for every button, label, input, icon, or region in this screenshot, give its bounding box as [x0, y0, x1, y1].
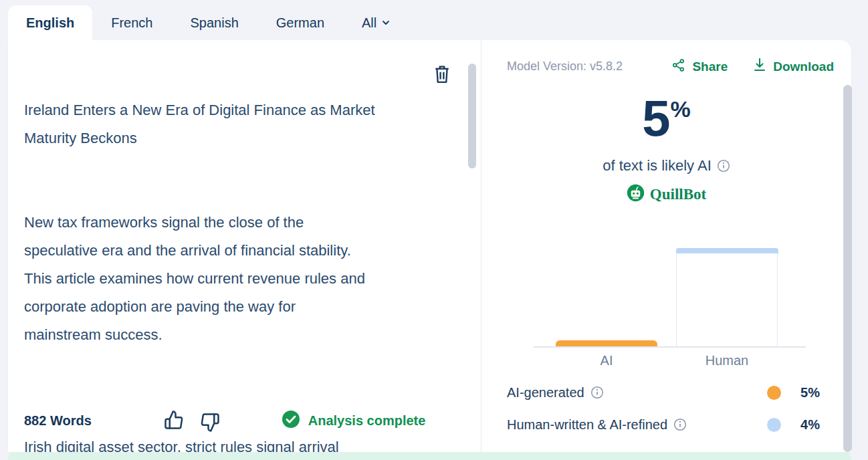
share-icon [671, 58, 685, 76]
legend-label: Human-written & AI-refined [507, 417, 667, 433]
tab-spanish[interactable]: Spanish [171, 5, 257, 40]
quillbot-wordmark: QuillBot [650, 186, 706, 203]
editor-panel: Ireland Enters a New Era of Digital Fina… [8, 40, 481, 452]
editor-footer: 882 Words [8, 400, 480, 441]
editor-scrollbar[interactable] [468, 64, 476, 168]
legend-dot-orange [767, 386, 781, 400]
results-panel: Model Version: v5.8.2 Share [481, 40, 851, 452]
bar-ai [556, 340, 657, 346]
ai-score-unit: % [671, 96, 691, 122]
delete-text-button[interactable] [431, 64, 453, 87]
info-icon[interactable] [673, 418, 687, 431]
download-button[interactable]: Download [753, 58, 834, 76]
thumbs-down-icon [200, 413, 220, 435]
chart-label-human: Human [676, 353, 778, 368]
tab-english[interactable]: English [8, 5, 92, 40]
tab-all-label: All [362, 15, 376, 31]
ai-score-caption: of text is likely AI [481, 157, 851, 175]
check-circle-icon [282, 410, 300, 431]
tab-french[interactable]: French [92, 5, 171, 40]
tab-all[interactable]: All [343, 5, 409, 40]
info-icon[interactable] [590, 386, 604, 399]
trash-icon [433, 64, 451, 86]
tab-spanish-label: Spanish [190, 15, 238, 31]
legend-row-ai-generated: AI-generated 5% [507, 382, 820, 402]
tab-german[interactable]: German [257, 5, 343, 40]
results-header: Model Version: v5.8.2 Share [481, 40, 851, 76]
tab-english-label: English [26, 15, 74, 31]
editor-paragraph: New tax frameworks signal the close of t… [24, 209, 425, 349]
bar-human-ai-refined-cap [676, 248, 778, 253]
info-icon[interactable] [717, 159, 730, 172]
editor-text[interactable]: Ireland Enters a New Era of Digital Fina… [24, 68, 425, 452]
tab-german-label: German [276, 15, 324, 31]
analysis-status: Analysis complete [282, 410, 426, 431]
download-label: Download [773, 60, 834, 74]
share-label: Share [692, 60, 728, 74]
bottom-banner [8, 452, 851, 460]
language-tabbar: English French Spanish German All [0, 0, 868, 40]
tab-french-label: French [111, 15, 152, 31]
chevron-down-icon [381, 18, 391, 27]
score-caption-text: of text is likely AI [603, 157, 712, 175]
thumbs-down-button[interactable] [200, 413, 220, 435]
word-count: 882 Words [24, 413, 92, 429]
legend-value: 5% [781, 385, 820, 400]
thumbs-up-button[interactable] [164, 410, 184, 432]
chart-axis-line [533, 346, 806, 348]
thumbs-up-icon [164, 410, 184, 432]
chart-label-ai: AI [556, 353, 657, 368]
legend-dot-blue [767, 418, 781, 432]
legend-row-human-refined: Human-written & AI-refined 4% [507, 415, 820, 435]
quillbot-logo-icon [627, 184, 645, 205]
chart-category-labels: AI Human [538, 353, 798, 368]
detector-card: Ireland Enters a New Era of Digital Fina… [8, 40, 851, 452]
bar-human [676, 248, 778, 346]
status-text: Analysis complete [308, 413, 426, 429]
editor-paragraph: Ireland Enters a New Era of Digital Fina… [24, 96, 425, 152]
model-version: Model Version: v5.8.2 [507, 60, 623, 74]
ai-score-value: 5 [642, 90, 670, 146]
download-icon [753, 58, 766, 76]
results-scrollbar[interactable] [843, 85, 852, 452]
legend-label: AI-generated [507, 385, 584, 400]
share-button[interactable]: Share [671, 58, 728, 76]
ai-score: 5% of text is likely AI [481, 94, 851, 205]
ai-human-bar-chart [538, 244, 798, 348]
legend-value: 4% [781, 417, 820, 433]
brand-row: QuillBot [481, 184, 851, 205]
chart-legend: AI-generated 5% Human-written & AI-refin… [507, 382, 820, 447]
